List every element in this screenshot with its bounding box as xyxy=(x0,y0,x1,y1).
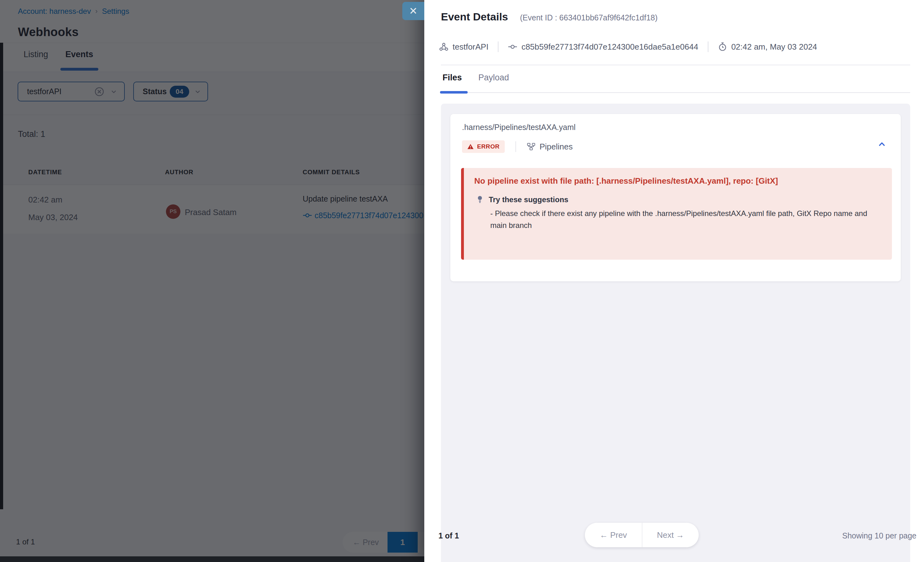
close-drawer-button[interactable]: ✕ xyxy=(402,2,424,20)
event-details-drawer: ✕ Event Details (Event ID : 663401bb67af… xyxy=(424,0,924,562)
error-message-box: No pipeline exist with file path: [.harn… xyxy=(461,168,892,260)
lightbulb-icon xyxy=(476,195,484,205)
webhooks-screen: Account: harness-dev › Settings Webhooks… xyxy=(0,0,924,562)
webhook-name: testforAPI xyxy=(453,42,488,52)
warning-triangle-icon xyxy=(467,143,474,150)
files-panel: .harness/Pipelines/testAXA.yaml ERROR Pi xyxy=(441,104,910,562)
chevron-up-icon xyxy=(877,139,887,149)
event-timestamp: 02:42 am, May 03 2024 xyxy=(731,42,817,52)
error-status-badge: ERROR xyxy=(462,140,505,153)
entity-label: Pipelines xyxy=(540,142,573,152)
event-meta-row: testforAPI c85b59fe27713f74d07e124300e16… xyxy=(439,40,817,54)
tab-files[interactable]: Files xyxy=(442,73,462,82)
collapse-card-button[interactable] xyxy=(876,138,888,150)
meta-divider xyxy=(708,42,708,52)
drawer-header-divider xyxy=(441,65,910,65)
commit-meta: c85b59fe27713f74d07e124300e16dae5a1e0644 xyxy=(508,42,698,52)
event-commit-hash: c85b59fe27713f74d07e124300e16dae5a1e0644 xyxy=(521,42,698,52)
timestamp-meta: 02:42 am, May 03 2024 xyxy=(718,42,817,52)
tab-payload[interactable]: Payload xyxy=(478,73,509,82)
entity-info: Pipelines xyxy=(527,142,573,152)
drawer-tabs-divider xyxy=(441,92,910,93)
commit-icon xyxy=(508,42,518,51)
drawer-backdrop[interactable] xyxy=(0,0,424,562)
file-status-row: ERROR Pipelines xyxy=(462,140,573,153)
drawer-pagination-group: ← Prev Next → xyxy=(585,523,699,547)
pipeline-icon xyxy=(527,142,536,151)
error-status-label: ERROR xyxy=(477,143,500,150)
drawer-header: Event Details (Event ID : 663401bb67af9f… xyxy=(441,10,657,23)
clock-icon xyxy=(718,42,727,51)
status-divider xyxy=(515,141,516,152)
webhook-icon xyxy=(439,42,448,51)
close-icon: ✕ xyxy=(409,6,418,16)
file-path: .harness/Pipelines/testAXA.yaml xyxy=(462,123,576,132)
drawer-page-count: 1 of 1 xyxy=(438,531,459,540)
drawer-prev-button[interactable]: ← Prev xyxy=(585,523,642,547)
suggestions-title: Try these suggestions xyxy=(489,195,568,204)
drawer-next-button[interactable]: Next → xyxy=(642,523,699,547)
suggestion-text: - Please check if there exist any pipeli… xyxy=(490,208,880,232)
meta-divider xyxy=(498,42,498,52)
webhook-meta: testforAPI xyxy=(439,42,488,52)
error-headline: No pipeline exist with file path: [.harn… xyxy=(474,176,778,186)
tab-files-underline xyxy=(440,91,468,94)
per-page-info: Showing 10 per page xyxy=(842,531,916,540)
drawer-title: Event Details xyxy=(441,10,508,23)
event-id: (Event ID : 663401bb67af9f642fc1df18) xyxy=(520,13,658,22)
suggestions-header: Try these suggestions xyxy=(476,195,568,205)
file-card: .harness/Pipelines/testAXA.yaml ERROR Pi xyxy=(450,114,901,281)
